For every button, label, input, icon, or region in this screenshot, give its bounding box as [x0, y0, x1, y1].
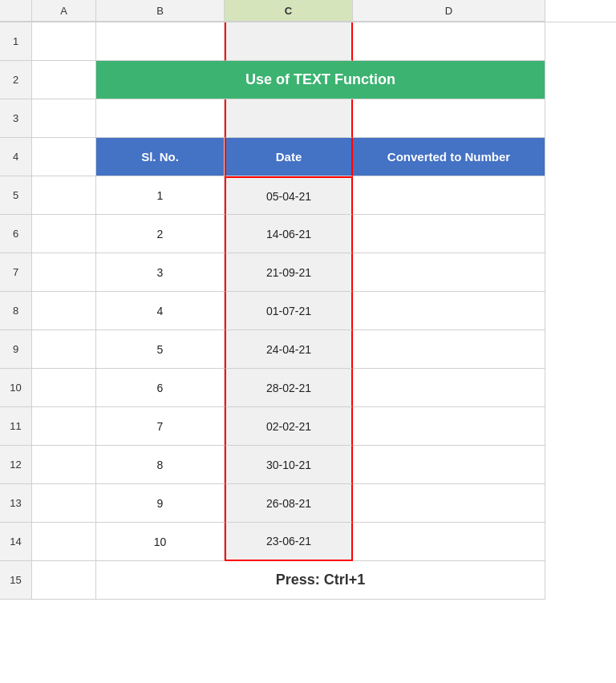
- row-9: 9 5 24-04-21: [0, 330, 616, 369]
- col-header-c[interactable]: C: [225, 0, 353, 22]
- date-3: 21-09-21: [266, 266, 311, 279]
- row-3: 3: [0, 99, 616, 138]
- cell-13a[interactable]: [32, 484, 96, 523]
- cell-7b[interactable]: 3: [96, 253, 225, 292]
- cell-9d[interactable]: [353, 330, 545, 369]
- cell-9c[interactable]: 24-04-21: [225, 330, 353, 369]
- cell-7d[interactable]: [353, 253, 545, 292]
- spreadsheet-title: Use of TEXT Function: [245, 71, 395, 88]
- cell-7a[interactable]: [32, 253, 96, 292]
- cell-2a[interactable]: [32, 61, 96, 99]
- cell-10a[interactable]: [32, 369, 96, 407]
- row-7: 7 3 21-09-21: [0, 253, 616, 292]
- row-15: 15 Press: Ctrl+1: [0, 561, 616, 600]
- row-header-12: 12: [0, 446, 32, 484]
- slno-2: 2: [157, 228, 164, 240]
- cell-9a[interactable]: [32, 330, 96, 369]
- cell-8a[interactable]: [32, 292, 96, 330]
- press-ctrl-cell: Press: Ctrl+1: [96, 561, 545, 600]
- cell-3b[interactable]: [96, 99, 225, 138]
- date-10: 23-06-21: [266, 535, 311, 548]
- slno-10: 10: [154, 535, 167, 548]
- cell-11d[interactable]: [353, 407, 545, 446]
- slno-8: 8: [157, 459, 164, 471]
- cell-10c[interactable]: 28-02-21: [225, 369, 353, 407]
- press-ctrl-text: Press: Ctrl+1: [276, 572, 366, 588]
- date-7: 02-02-21: [266, 420, 311, 433]
- cell-14b[interactable]: 10: [96, 523, 225, 561]
- col-header-a: A: [32, 0, 96, 22]
- row-4-headers: 4 Sl. No. Date Converted to Number: [0, 138, 616, 176]
- column-headers: A B C D: [0, 0, 616, 22]
- cell-5b[interactable]: 1: [96, 176, 225, 215]
- date-6: 28-02-21: [266, 382, 311, 394]
- cell-13c[interactable]: 26-08-21: [225, 484, 353, 523]
- cell-8b[interactable]: 4: [96, 292, 225, 330]
- cell-9b[interactable]: 5: [96, 330, 225, 369]
- row-header-5: 5: [0, 176, 32, 215]
- cell-3a[interactable]: [32, 99, 96, 138]
- cell-1b[interactable]: [96, 22, 225, 61]
- date-2: 14-06-21: [266, 228, 311, 240]
- date-5: 24-04-21: [266, 343, 311, 356]
- row-header-8: 8: [0, 292, 32, 330]
- cell-8d[interactable]: [353, 292, 545, 330]
- cell-13b[interactable]: 9: [96, 484, 225, 523]
- title-merged-cell[interactable]: Use of TEXT Function: [96, 61, 545, 99]
- cell-8c[interactable]: 01-07-21: [225, 292, 353, 330]
- corner-cell: [0, 0, 32, 22]
- row-6: 6 2 14-06-21: [0, 215, 616, 253]
- cell-11c[interactable]: 02-02-21: [225, 407, 353, 446]
- cell-5c[interactable]: 05-04-21: [225, 176, 353, 215]
- cell-6c[interactable]: 14-06-21: [225, 215, 353, 253]
- slno-9: 9: [157, 497, 164, 510]
- cell-3c[interactable]: [225, 99, 353, 138]
- row-header-11: 11: [0, 407, 32, 446]
- cell-14d[interactable]: [353, 523, 545, 561]
- row-header-15: 15: [0, 561, 32, 600]
- slno-7: 7: [157, 420, 164, 433]
- cell-6b[interactable]: 2: [96, 215, 225, 253]
- cell-12a[interactable]: [32, 446, 96, 484]
- header-slno[interactable]: Sl. No.: [96, 138, 225, 176]
- row-11: 11 7 02-02-21: [0, 407, 616, 446]
- date-8: 30-10-21: [266, 459, 311, 471]
- cell-4a[interactable]: [32, 138, 96, 176]
- cell-13d[interactable]: [353, 484, 545, 523]
- row-1: 1: [0, 22, 616, 61]
- cell-6a[interactable]: [32, 215, 96, 253]
- header-converted[interactable]: Converted to Number: [353, 138, 545, 176]
- row-header-2: 2: [0, 61, 32, 99]
- cell-15a[interactable]: [32, 561, 96, 600]
- cell-6d[interactable]: [353, 215, 545, 253]
- cell-3d[interactable]: [353, 99, 545, 138]
- row-header-10: 10: [0, 369, 32, 407]
- slno-4: 4: [157, 305, 164, 317]
- cell-12c[interactable]: 30-10-21: [225, 446, 353, 484]
- cell-14a[interactable]: [32, 523, 96, 561]
- cell-1a[interactable]: [32, 22, 96, 61]
- row-2: 2 Use of TEXT Function: [0, 61, 616, 99]
- cell-5a[interactable]: [32, 176, 96, 215]
- cell-10b[interactable]: 6: [96, 369, 225, 407]
- row-header-7: 7: [0, 253, 32, 292]
- cell-7c[interactable]: 21-09-21: [225, 253, 353, 292]
- header-date[interactable]: Date: [225, 138, 353, 176]
- row-12: 12 8 30-10-21: [0, 446, 616, 484]
- cell-11b[interactable]: 7: [96, 407, 225, 446]
- col-header-b: B: [96, 0, 225, 22]
- cell-1d[interactable]: [353, 22, 545, 61]
- cell-12b[interactable]: 8: [96, 446, 225, 484]
- cell-10d[interactable]: [353, 369, 545, 407]
- cell-14c[interactable]: 23-06-21: [225, 523, 353, 561]
- cell-12d[interactable]: [353, 446, 545, 484]
- date-4: 01-07-21: [266, 305, 311, 317]
- col-header-d: D: [353, 0, 545, 22]
- cell-1c[interactable]: [225, 22, 353, 61]
- row-header-13: 13: [0, 484, 32, 523]
- cell-11a[interactable]: [32, 407, 96, 446]
- cell-5d[interactable]: [353, 176, 545, 215]
- row-14: 14 10 23-06-21: [0, 523, 616, 561]
- row-10: 10 6 28-02-21: [0, 369, 616, 407]
- row-header-6: 6: [0, 215, 32, 253]
